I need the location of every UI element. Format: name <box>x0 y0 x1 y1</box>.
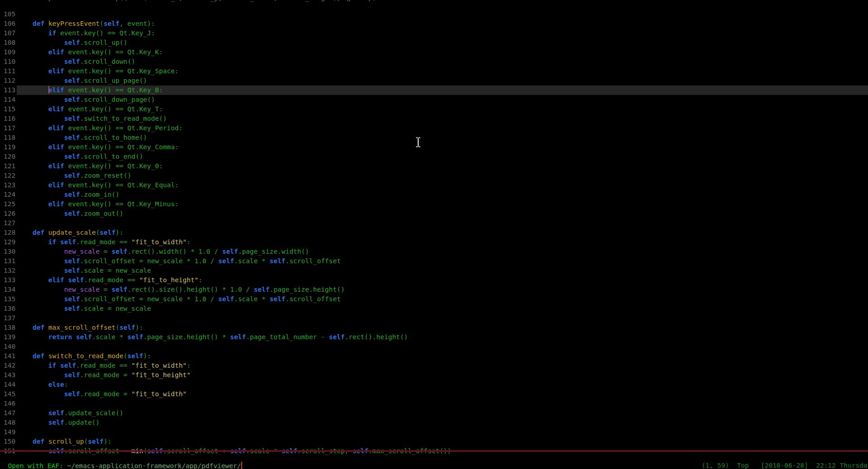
code-line[interactable]: 123 elif event.key() == Qt.Key_Equal: <box>0 180 868 190</box>
code-line[interactable]: 130 new_scale = self.rect().width() * 1.… <box>0 247 868 256</box>
code-line[interactable]: 136 self.scale = new_scale <box>0 304 868 313</box>
code-text[interactable]: if event.key() == Qt.Key_J: <box>17 28 868 38</box>
minibuffer-input[interactable]: ~/emacs-application-framework/app/pdfvie… <box>67 462 241 469</box>
code-text[interactable]: new_scale = self.rect().width() * 1.0 / … <box>17 247 868 256</box>
code-text[interactable]: elif event.key() == Qt.Key_Comma: <box>17 142 868 152</box>
code-text[interactable] <box>17 9 868 19</box>
code-text[interactable]: elif event.key() == Qt.Key_Equal: <box>17 180 868 190</box>
code-text[interactable]: self.read_mode = "fit_to_width" <box>17 389 868 399</box>
code-token <box>44 324 48 331</box>
code-line[interactable]: 140 <box>0 342 868 351</box>
code-text[interactable]: self.scroll_offset = new_scale * 1.0 / s… <box>17 256 868 266</box>
code-text[interactable]: return self.scale * self.page_size.heigh… <box>17 332 868 342</box>
code-line[interactable]: 111 elif event.key() == Qt.Key_Space: <box>0 66 868 76</box>
code-text[interactable]: self.zoom_in() <box>17 190 868 199</box>
code-line[interactable]: 122 self.zoom_reset() <box>0 171 868 180</box>
code-text[interactable]: self.scroll_up_page() <box>17 76 868 85</box>
code-text[interactable]: elif event.key() == Qt.Key_Space: <box>17 66 868 76</box>
code-text[interactable] <box>17 342 868 351</box>
code-text[interactable]: self.scroll_down_page() <box>17 95 868 104</box>
code-line[interactable]: 107 if event.key() == Qt.Key_J: <box>0 28 868 38</box>
code-text[interactable]: def update_scale(self): <box>17 228 868 237</box>
code-text[interactable]: self.scroll_up() <box>17 38 868 47</box>
code-line[interactable]: 109 elif event.key() == Qt.Key_K: <box>0 47 868 57</box>
code-text[interactable] <box>17 399 868 408</box>
code-line[interactable]: 143 self.read_mode = "fit_to_height" <box>0 370 868 380</box>
code-line[interactable]: 116 self.switch_to_read_mode() <box>0 114 868 123</box>
code-line[interactable]: 110 self.scroll_down() <box>0 57 868 66</box>
code-line[interactable]: 132 self.scale = new_scale <box>0 266 868 275</box>
code-line[interactable]: 141 def switch_to_read_mode(self): <box>0 351 868 361</box>
code-text[interactable]: elif event.key() == Qt.Key_Minus: <box>17 199 868 209</box>
code-line[interactable]: 112 self.scroll_up_page() <box>0 76 868 85</box>
code-line[interactable]: 105 <box>0 9 868 19</box>
current-code-line[interactable]: 113 elif event.key() == Qt.Key_B: <box>0 85 868 95</box>
code-text[interactable]: self.scroll_to_home() <box>17 133 868 142</box>
code-text[interactable]: self.scale = new_scale <box>17 304 868 313</box>
code-text[interactable]: self.scroll_offset = new_scale * 1.0 / s… <box>17 294 868 304</box>
code-line[interactable]: 146 <box>0 399 868 408</box>
code-text[interactable]: self.scroll_down() <box>17 57 868 66</box>
code-text[interactable]: elif self.read_mode == "fit_to_height": <box>17 275 868 285</box>
code-text[interactable]: if self.read_mode == "fit_to_width": <box>17 237 868 247</box>
code-line[interactable]: 120 self.scroll_to_end() <box>0 152 868 161</box>
code-text[interactable]: def switch_to_read_mode(self): <box>17 351 868 361</box>
code-text[interactable]: new_scale = self.rect().size().height() … <box>17 285 868 294</box>
code-line[interactable]: 128 def update_scale(self): <box>0 228 868 237</box>
code-text[interactable]: self.read_mode = "fit_to_height" <box>17 370 868 380</box>
code-line[interactable]: 131 self.scroll_offset = new_scale * 1.0… <box>0 256 868 266</box>
code-line[interactable]: 138 def max_scroll_offset(self): <box>0 323 868 332</box>
code-text[interactable]: self.switch_to_read_mode() <box>17 114 868 123</box>
minibuffer[interactable]: Open with EAF: ~/emacs-application-frame… <box>0 452 868 461</box>
code-line[interactable]: 124 self.zoom_in() <box>0 190 868 199</box>
code-line[interactable]: 150 def scroll_up(self): <box>0 437 868 446</box>
code-text[interactable]: self.zoom_out() <box>17 209 868 218</box>
code-line[interactable]: 137 <box>0 313 868 323</box>
code-line[interactable]: 125 elif event.key() == Qt.Key_Minus: <box>0 199 868 209</box>
code-line[interactable]: 106 def keyPressEvent(self, event): <box>0 19 868 28</box>
code-line[interactable]: 139 return self.scale * self.page_size.h… <box>0 332 868 342</box>
code-text[interactable]: elif event.key() == Qt.Key_B: <box>17 85 868 95</box>
code-line[interactable]: 121 elif event.key() == Qt.Key_0: <box>0 161 868 171</box>
code-text[interactable]: def keyPressEvent(self, event): <box>17 19 868 28</box>
code-line[interactable]: 127 <box>0 218 868 228</box>
code-line[interactable]: 145 self.read_mode = "fit_to_width" <box>0 389 868 399</box>
code-text[interactable]: else: <box>17 380 868 389</box>
code-line[interactable]: 148 self.update() <box>0 418 868 427</box>
code-line[interactable]: painter.drawPixmap(QRect(render_x, rende… <box>0 0 868 9</box>
code-line[interactable]: 129 if self.read_mode == "fit_to_width": <box>0 237 868 247</box>
code-text[interactable]: def scroll_up(self): <box>17 437 868 446</box>
code-text[interactable]: self.update() <box>17 418 868 427</box>
code-text[interactable]: elif event.key() == Qt.Key_T: <box>17 104 868 114</box>
code-line[interactable]: 108 self.scroll_up() <box>0 38 868 47</box>
code-line[interactable]: 115 elif event.key() == Qt.Key_T: <box>0 104 868 114</box>
code-text[interactable] <box>17 427 868 437</box>
code-line[interactable]: 133 elif self.read_mode == "fit_to_heigh… <box>0 275 868 285</box>
code-text[interactable]: elif event.key() == Qt.Key_Period: <box>17 123 868 133</box>
code-line[interactable]: 149 <box>0 427 868 437</box>
code-text[interactable]: self.scroll_to_end() <box>17 152 868 161</box>
code-text[interactable]: elif event.key() == Qt.Key_K: <box>17 47 868 57</box>
code-text[interactable]: self.update_scale() <box>17 408 868 418</box>
code-text[interactable] <box>17 218 868 228</box>
code-text[interactable]: if self.read_mode == "fit_to_width": <box>17 361 868 370</box>
code-text[interactable]: self.scale = new_scale <box>17 266 868 275</box>
code-text[interactable]: self.zoom_reset() <box>17 171 868 180</box>
code-line[interactable]: 114 self.scroll_down_page() <box>0 95 868 104</box>
code-line[interactable]: 142 if self.read_mode == "fit_to_width": <box>0 361 868 370</box>
code-line[interactable]: 134 new_scale = self.rect().size().heigh… <box>0 285 868 294</box>
code-text[interactable]: elif event.key() == Qt.Key_0: <box>17 161 868 171</box>
code-line[interactable]: 147 self.update_scale() <box>0 408 868 418</box>
code-line[interactable]: 119 elif event.key() == Qt.Key_Comma: <box>0 142 868 152</box>
code-line[interactable]: 144 else: <box>0 380 868 389</box>
string-token: "fit_to_width" <box>131 390 186 398</box>
keyword-token: self <box>112 286 128 293</box>
code-line[interactable]: 135 self.scroll_offset = new_scale * 1.0… <box>0 294 868 304</box>
code-buffer[interactable]: painter.drawPixmap(QRect(render_x, rende… <box>0 0 868 456</box>
code-text[interactable]: def max_scroll_offset(self): <box>17 323 868 332</box>
code-line[interactable]: 118 self.scroll_to_home() <box>0 133 868 142</box>
code-text[interactable] <box>17 313 868 323</box>
code-text[interactable]: painter.drawPixmap(QRect(render_x, rende… <box>17 0 868 3</box>
code-line[interactable]: 126 self.zoom_out() <box>0 209 868 218</box>
code-line[interactable]: 117 elif event.key() == Qt.Key_Period: <box>0 123 868 133</box>
